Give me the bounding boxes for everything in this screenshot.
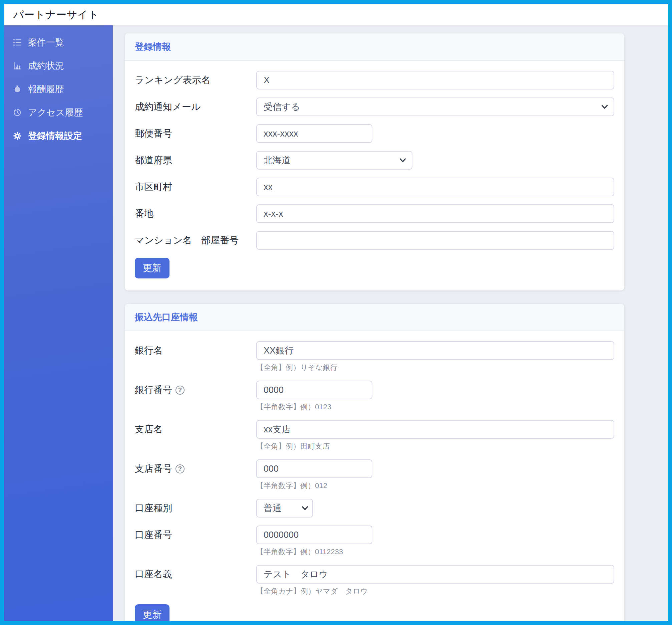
form-row-branch-name: 支店名【全角】例）田町支店: [135, 420, 614, 452]
registration-card: 登録情報 ランキング表示名成約通知メール受信する 郵便番号都道府県北海道 市区町…: [125, 33, 624, 291]
page-title: パートナーサイト: [13, 8, 99, 22]
postal-code-label: 郵便番号: [135, 124, 256, 143]
window-frame: パートナーサイト 案件一覧 成約状況 報酬履歴 アクセス履歴 登録情報設定 登録…: [0, 0, 672, 625]
account-type-label: 口座種別: [135, 499, 256, 517]
street-number-input[interactable]: [256, 204, 614, 223]
sidebar-item-label: 案件一覧: [28, 37, 64, 48]
registration-update-button[interactable]: 更新: [135, 258, 169, 278]
street-number-label: 番地: [135, 204, 256, 223]
account-number-input[interactable]: [256, 526, 373, 544]
bank-account-card-body: 銀行名【全角】例）りそな銀行銀行番号?【半角数字】例）0123支店名【全角】例）…: [125, 331, 624, 621]
form-row-contract-notification-email: 成約通知メール受信する: [135, 97, 614, 116]
main-content: 登録情報 ランキング表示名成約通知メール受信する 郵便番号都道府県北海道 市区町…: [113, 25, 668, 621]
registration-card-body: ランキング表示名成約通知メール受信する 郵便番号都道府県北海道 市区町村番地マン…: [125, 61, 624, 291]
contract-notification-email-label: 成約通知メール: [135, 97, 256, 116]
history-icon: [13, 108, 22, 117]
sidebar-item-access-history[interactable]: アクセス履歴: [4, 101, 113, 124]
gear-icon: [13, 131, 22, 141]
ranking-display-name-input[interactable]: [256, 71, 614, 90]
form-row-ranking-display-name: ランキング表示名: [135, 71, 614, 90]
account-holder-hint: 【全角カナ】例）ヤマダ タロウ: [256, 586, 614, 596]
account-number-label: 口座番号: [135, 526, 256, 544]
form-row-branch-code: 支店番号?【半角数字】例）012: [135, 459, 614, 491]
layout: 案件一覧 成約状況 報酬履歴 アクセス履歴 登録情報設定 登録情報 ランキング表…: [4, 25, 668, 621]
app-header: パートナーサイト: [4, 4, 668, 25]
form-row-bank-code: 銀行番号?【半角数字】例）0123: [135, 380, 614, 412]
bank-account-card-title: 振込先口座情報: [135, 312, 198, 322]
sidebar-item-cases-list[interactable]: 案件一覧: [4, 31, 113, 54]
money-bag-icon: [13, 85, 22, 94]
branch-code-help-icon[interactable]: ?: [175, 464, 185, 473]
branch-name-hint: 【全角】例）田町支店: [256, 441, 614, 452]
postal-code-input[interactable]: [256, 124, 373, 143]
branch-code-label: 支店番号?: [135, 459, 256, 478]
branch-code-input[interactable]: [256, 459, 373, 478]
form-row-prefecture: 都道府県北海道: [135, 151, 614, 169]
bank-name-input[interactable]: [256, 341, 614, 360]
form-row-street-number: 番地: [135, 204, 614, 223]
sidebar-item-reward-history[interactable]: 報酬履歴: [4, 77, 113, 101]
bank-code-hint: 【半角数字】例）0123: [256, 402, 373, 412]
branch-name-label: 支店名: [135, 420, 256, 439]
city-label: 市区町村: [135, 178, 256, 196]
building-room-label: マンション名 部屋番号: [135, 231, 256, 250]
registration-card-title: 登録情報: [135, 42, 171, 52]
prefecture-select[interactable]: 北海道: [256, 151, 412, 169]
registration-card-header: 登録情報: [125, 33, 624, 61]
sidebar-item-label: アクセス履歴: [28, 107, 83, 118]
form-row-postal-code: 郵便番号: [135, 124, 614, 143]
account-holder-label: 口座名義: [135, 565, 256, 584]
bank-account-update-button[interactable]: 更新: [135, 604, 169, 621]
sidebar-item-registration-settings[interactable]: 登録情報設定: [4, 124, 113, 147]
registration-form: ランキング表示名成約通知メール受信する 郵便番号都道府県北海道 市区町村番地マン…: [135, 71, 614, 250]
bank-account-card: 振込先口座情報 銀行名【全角】例）りそな銀行銀行番号?【半角数字】例）0123支…: [125, 304, 624, 621]
branch-code-hint: 【半角数字】例）012: [256, 481, 373, 491]
sidebar-item-label: 成約状況: [28, 60, 64, 72]
account-holder-input[interactable]: [256, 565, 614, 584]
prefecture-label: 都道府県: [135, 151, 256, 169]
account-number-hint: 【半角数字】例）0112233: [256, 547, 373, 557]
contract-notification-email-select[interactable]: 受信する: [256, 97, 614, 116]
bank-code-input[interactable]: [256, 380, 373, 399]
bank-name-hint: 【全角】例）りそな銀行: [256, 363, 614, 373]
form-row-bank-name: 銀行名【全角】例）りそな銀行: [135, 341, 614, 373]
bar-chart-icon: [13, 61, 22, 70]
bank-account-form: 銀行名【全角】例）りそな銀行銀行番号?【半角数字】例）0123支店名【全角】例）…: [135, 341, 614, 596]
bank-account-card-header: 振込先口座情報: [125, 304, 624, 331]
sidebar-item-label: 報酬履歴: [28, 83, 64, 95]
form-row-account-number: 口座番号【半角数字】例）0112233: [135, 526, 614, 557]
ranking-display-name-label: ランキング表示名: [135, 71, 256, 90]
account-type-select[interactable]: 普通: [256, 499, 313, 517]
city-input[interactable]: [256, 178, 614, 196]
form-row-building-room: マンション名 部屋番号: [135, 231, 614, 250]
branch-name-input[interactable]: [256, 420, 614, 439]
form-row-account-holder: 口座名義【全角カナ】例）ヤマダ タロウ: [135, 565, 614, 596]
bank-code-label: 銀行番号?: [135, 380, 256, 399]
sidebar-item-contract-status[interactable]: 成約状況: [4, 54, 113, 77]
sidebar-item-label: 登録情報設定: [28, 130, 82, 142]
list-icon: [13, 38, 22, 47]
form-row-city: 市区町村: [135, 178, 614, 196]
building-room-input[interactable]: [256, 231, 614, 250]
bank-code-help-icon[interactable]: ?: [175, 386, 185, 395]
sidebar-nav: 案件一覧 成約状況 報酬履歴 アクセス履歴 登録情報設定: [4, 25, 113, 621]
bank-name-label: 銀行名: [135, 341, 256, 360]
form-row-account-type: 口座種別普通: [135, 499, 614, 517]
